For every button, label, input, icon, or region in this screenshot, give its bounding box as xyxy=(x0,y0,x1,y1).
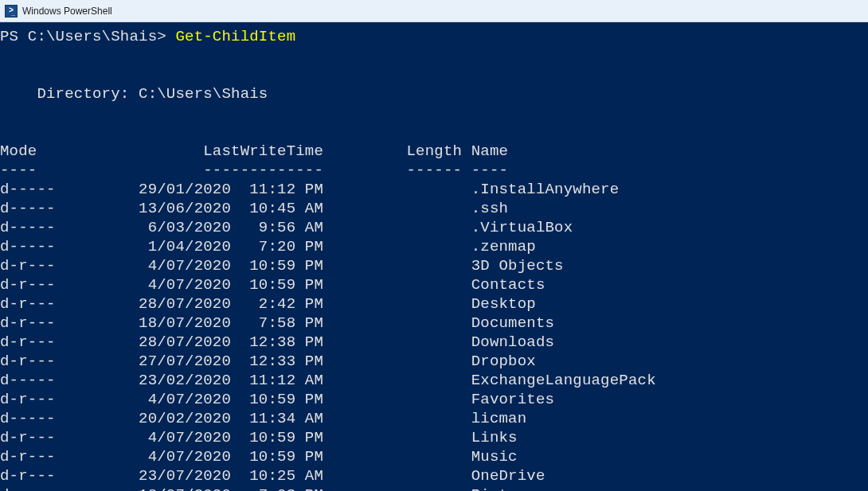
prompt-command: Get-ChildItem xyxy=(175,28,295,45)
table-row: d-r--- 28/07/2020 2:42 PM Desktop xyxy=(0,294,868,314)
blank-line xyxy=(0,103,868,123)
table-row: d-r--- 23/07/2020 10:25 AM OneDrive xyxy=(0,466,868,485)
table-row: d-r--- 4/07/2020 10:59 PM 3D Objects xyxy=(0,256,868,275)
table-row: d----- 1/04/2020 7:20 PM .zenmap xyxy=(0,237,868,256)
window-title: Windows PowerShell xyxy=(22,6,112,17)
powershell-icon xyxy=(5,5,18,18)
table-row: d-r--- 4/07/2020 10:59 PM Contacts xyxy=(0,275,868,294)
table-row: d-r--- 28/07/2020 12:38 PM Downloads xyxy=(0,333,868,352)
table-row: d-r--- 4/07/2020 10:59 PM Favorites xyxy=(0,390,868,409)
prompt-line: PS C:\Users\Shais> Get-ChildItem xyxy=(0,27,868,46)
table-row: d-r--- 18/07/2020 7:03 PM Pictures xyxy=(0,485,868,491)
blank-line xyxy=(0,65,868,84)
blank-line xyxy=(0,46,868,65)
table-header: Mode LastWriteTime Length Name xyxy=(0,142,868,161)
blank-line xyxy=(0,123,868,142)
window-title-bar[interactable]: Windows PowerShell xyxy=(0,0,868,22)
table-row: d-r--- 18/07/2020 7:58 PM Documents xyxy=(0,314,868,333)
table-row: d-r--- 27/07/2020 12:33 PM Dropbox xyxy=(0,352,868,371)
terminal-area[interactable]: PS C:\Users\Shais> Get-ChildItem Directo… xyxy=(0,22,868,491)
table-header-underline: ---- ------------- ------ ---- xyxy=(0,161,868,180)
table-row: d----- 13/06/2020 10:45 AM .ssh xyxy=(0,199,868,218)
prompt-path: PS C:\Users\Shais> xyxy=(0,28,175,45)
table-row: d-r--- 4/07/2020 10:59 PM Music xyxy=(0,447,868,466)
table-row: d----- 20/02/2020 11:34 AM licman xyxy=(0,409,868,428)
table-row: d----- 29/01/2020 11:12 PM .InstallAnywh… xyxy=(0,180,868,199)
directory-line: Directory: C:\Users\Shais xyxy=(0,84,868,103)
table-row: d----- 6/03/2020 9:56 AM .VirtualBox xyxy=(0,218,868,237)
table-row: d----- 23/02/2020 11:12 AM ExchangeLangu… xyxy=(0,371,868,390)
table-row: d-r--- 4/07/2020 10:59 PM Links xyxy=(0,428,868,447)
